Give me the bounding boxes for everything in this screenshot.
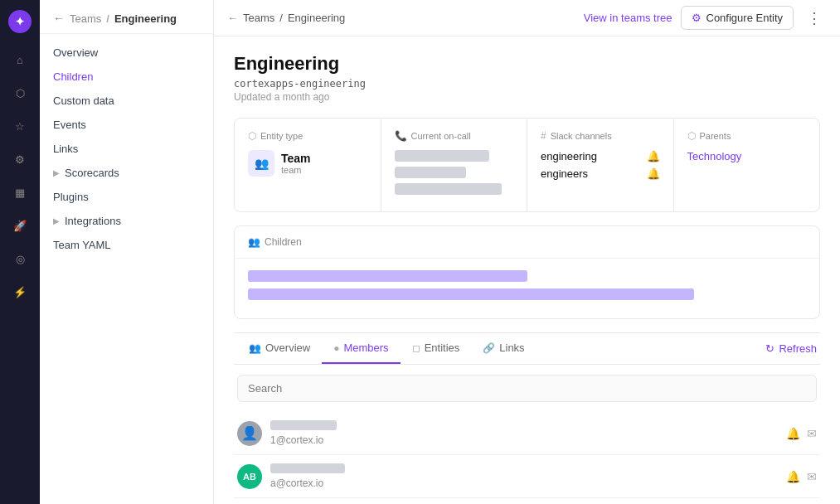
- top-bar-teams-link[interactable]: Teams: [243, 12, 274, 24]
- nav-header: ← Teams / Engineering: [40, 0, 213, 34]
- view-teams-button[interactable]: View in teams tree: [584, 12, 672, 24]
- children-section: 👥 Children: [234, 225, 820, 319]
- nav-item-children[interactable]: Children: [40, 65, 213, 89]
- cards-row: ⬡ Entity type 👥 Team team 📞 Cu: [234, 118, 820, 212]
- tab-links[interactable]: 🔗 Links: [471, 333, 536, 364]
- tab-members[interactable]: ● Members: [322, 333, 400, 364]
- entity-icon-box: 👥: [248, 150, 274, 177]
- layout-icon[interactable]: ▦: [7, 179, 33, 206]
- configure-label: Configure Entity: [706, 12, 784, 24]
- tab-overview-icon: 👥: [249, 342, 261, 354]
- refresh-label: Refresh: [779, 342, 817, 355]
- member-name-blur-2: [270, 463, 345, 473]
- star-icon[interactable]: ☆: [7, 113, 33, 139]
- more-options-button[interactable]: ⋮: [802, 6, 827, 31]
- entity-type-card: ⬡ Entity type 👥 Team team: [235, 119, 381, 211]
- home-icon[interactable]: ⌂: [7, 46, 33, 73]
- gear-icon: ⚙: [692, 12, 702, 24]
- nav-item-custom-data[interactable]: Custom data: [40, 89, 213, 113]
- tab-links-icon: 🔗: [483, 342, 495, 354]
- top-bar-actions: View in teams tree ⚙ Configure Entity ⋮: [584, 6, 827, 31]
- child-item-1: [248, 270, 806, 282]
- page-subtitle: cortexapps-engineering: [234, 78, 820, 90]
- box-icon[interactable]: ⬡: [7, 80, 33, 106]
- member-bell-icon-2[interactable]: 🔔: [786, 470, 800, 483]
- lightning-icon[interactable]: ⚡: [7, 279, 33, 305]
- slack-channel-row-2: engineers 🔔: [541, 167, 660, 180]
- rocket-icon[interactable]: 🚀: [7, 212, 33, 239]
- slack-icon: #: [541, 130, 546, 142]
- member-mail-icon-1[interactable]: ✉: [807, 427, 817, 440]
- top-bar-breadcrumb: ← Teams / Engineering: [227, 12, 345, 24]
- nav-item-overview[interactable]: Overview: [40, 41, 213, 65]
- top-bar-current: Engineering: [288, 12, 345, 24]
- child-blur-1: [248, 270, 527, 282]
- scorecards-expand-icon: ▶: [53, 168, 60, 177]
- bell-icon-2[interactable]: 🔔: [647, 167, 660, 180]
- tab-entities[interactable]: ◻ Entities: [401, 333, 472, 364]
- tab-overview[interactable]: 👥 Overview: [237, 333, 322, 364]
- parent-link[interactable]: Technology: [687, 150, 742, 162]
- breadcrumb-current: Engineering: [114, 12, 177, 25]
- nav-item-links[interactable]: Links: [40, 137, 213, 161]
- entity-type-label: ⬡ Entity type: [248, 130, 367, 142]
- phone-icon: 📞: [395, 130, 407, 142]
- avatar-1: 👤: [237, 421, 262, 446]
- page-title: Engineering: [234, 53, 820, 75]
- nav-item-team-yaml[interactable]: Team YAML: [40, 233, 213, 257]
- nav-item-integrations[interactable]: ▶ Integrations: [40, 209, 213, 233]
- avatar-2: AB: [237, 464, 262, 489]
- member-actions-2: 🔔 ✉: [786, 470, 817, 483]
- member-left-2: AB a@cortex.io: [237, 463, 345, 489]
- nav-items-list: Overview Children Custom data Events Lin…: [40, 34, 213, 264]
- parents-card: ⬡ Parents Technology: [674, 119, 820, 211]
- child-item-2: [248, 288, 806, 300]
- app-logo[interactable]: ✦: [8, 10, 32, 33]
- slack-channels-card: # Slack channels engineering 🔔 engineers…: [527, 119, 674, 211]
- page-content: Engineering cortexapps-engineering Updat…: [214, 36, 840, 504]
- member-bell-icon-1[interactable]: 🔔: [786, 427, 800, 440]
- nav-item-events[interactable]: Events: [40, 113, 213, 137]
- compass-icon[interactable]: ◎: [7, 245, 33, 272]
- tabs-bar: 👥 Overview ● Members ◻ Entities 🔗 Links: [234, 333, 820, 365]
- main-content: ← Teams / Engineering View in teams tree…: [214, 0, 840, 504]
- search-bar: [234, 375, 820, 402]
- bell-icon-1[interactable]: 🔔: [647, 150, 660, 162]
- parents-label: ⬡ Parents: [687, 130, 807, 142]
- entity-type-sub: team: [281, 165, 311, 175]
- refresh-button[interactable]: ↻ Refresh: [765, 342, 817, 355]
- top-bar-back-icon[interactable]: ←: [227, 12, 238, 24]
- tabs-section: 👥 Overview ● Members ◻ Entities 🔗 Links: [234, 332, 820, 498]
- member-row-2: AB a@cortex.io 🔔 ✉: [234, 455, 820, 498]
- children-header-icon: 👥: [248, 236, 260, 248]
- on-call-blur-1: [395, 150, 490, 162]
- page-updated: Updated a month ago: [234, 91, 820, 103]
- slack-channel-row-1: engineering 🔔: [541, 150, 660, 162]
- tab-entities-icon: ◻: [412, 342, 420, 354]
- configure-entity-button[interactable]: ⚙ Configure Entity: [681, 6, 794, 30]
- slack-channel-name-2: engineers: [541, 167, 588, 180]
- member-name-blur-1: [270, 420, 337, 430]
- on-call-label: 📞 Current on-call: [395, 130, 514, 142]
- nav-item-scorecards[interactable]: ▶ Scorecards: [40, 161, 213, 185]
- children-header: 👥 Children: [235, 226, 819, 259]
- on-call-card: 📞 Current on-call: [381, 119, 528, 211]
- nav-item-plugins[interactable]: Plugins: [40, 185, 213, 209]
- slack-channel-name-1: engineering: [541, 150, 597, 162]
- member-row-1: 👤 1@cortex.io 🔔 ✉: [234, 412, 820, 455]
- slack-label: # Slack channels: [541, 130, 660, 142]
- top-bar-sep: /: [279, 12, 283, 24]
- left-nav: ← Teams / Engineering Overview Children …: [40, 0, 214, 504]
- search-input[interactable]: [237, 375, 817, 402]
- top-bar: ← Teams / Engineering View in teams tree…: [214, 0, 840, 36]
- integrations-expand-icon: ▶: [53, 216, 60, 225]
- back-arrow-icon[interactable]: ←: [53, 12, 65, 25]
- children-body: [235, 259, 819, 318]
- member-actions-1: 🔔 ✉: [786, 427, 817, 440]
- breadcrumb-teams[interactable]: Teams: [70, 12, 101, 25]
- member-mail-icon-2[interactable]: ✉: [807, 470, 817, 483]
- settings-icon[interactable]: ⚙: [7, 146, 33, 172]
- member-left-1: 👤 1@cortex.io: [237, 420, 337, 446]
- breadcrumb-separator: /: [106, 12, 109, 25]
- icon-sidebar: ✦ ⌂ ⬡ ☆ ⚙ ▦ 🚀 ◎ ⚡: [0, 0, 40, 504]
